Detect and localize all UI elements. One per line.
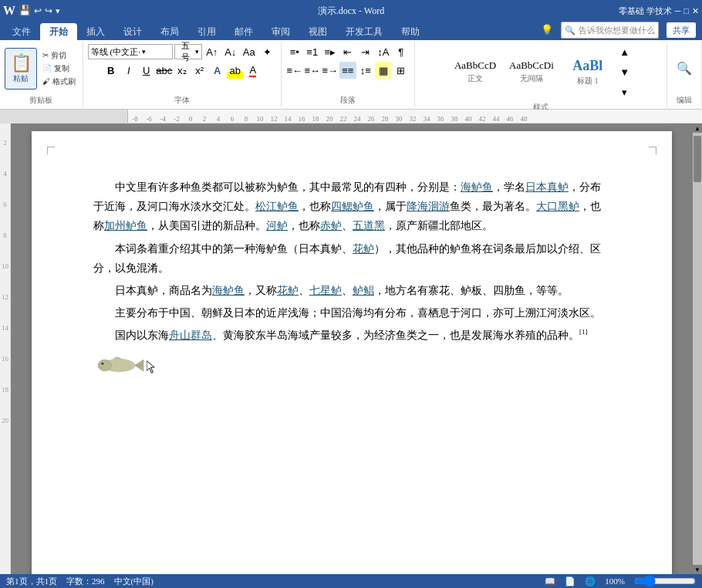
font-size-selector[interactable]: 五号 ▾ [174,44,202,59]
tell-me-search[interactable]: 🔍 告诉我你想要做什么 [561,22,659,39]
document-title: 演示.docx - Word [318,5,384,18]
scroll-up-button[interactable]: ▲ [693,123,702,133]
ribbon-toolbar: 📋 粘贴 ✂ 剪切 📄 复制 🖌 格式刷 剪贴板 等线 (中文正· ▾ 五号 ▾ [0,40,702,110]
quick-access-toolbar: W 💾 ↩ ↪ ▾ [0,4,60,18]
minimize-button[interactable]: ─ [675,6,681,15]
tab-home[interactable]: 开始 [40,23,77,40]
subscript-button[interactable]: x₂ [174,62,191,79]
redo-button[interactable]: ↪ [45,5,52,17]
style-normal[interactable]: AaBbCcD 正文 [448,49,502,95]
italic-button[interactable]: I [120,62,137,79]
justify-button[interactable]: ≡≡ [339,62,356,79]
paste-button[interactable]: 📋 粘贴 [5,48,37,90]
link-wudaohei[interactable]: 五道黑 [353,220,385,231]
increase-font-button[interactable]: A↑ [204,43,221,60]
scroll-down-button[interactable]: ▼ [693,565,702,574]
share-button[interactable]: 共享 [667,22,696,38]
tab-design[interactable]: 设计 [114,23,151,40]
web-view-button[interactable]: 🌐 [585,576,596,586]
left-sidebar: 2 4 6 8 10 12 14 16 18 20 [0,123,11,574]
change-case-button[interactable]: Aa [241,43,258,60]
link-ribenzhenglu[interactable]: 日本真鲈 [525,181,569,193]
page-scroll[interactable]: 中文里有许多种鱼类都可以被称为鲈鱼，其中最常见的有四种，分别是：海鲈鱼，学名日本… [11,123,693,574]
link-helu[interactable]: 河鲈 [266,220,288,231]
cut-button[interactable]: ✂ 剪切 [40,49,78,62]
multilevel-list-button[interactable]: ≡▸ [322,43,339,60]
scroll-thumb[interactable] [694,136,701,182]
bold-button[interactable]: B [103,62,120,79]
style-heading1[interactable]: AaBl 标题 1 [561,49,615,95]
bullets-button[interactable]: ≡• [286,43,303,60]
zoom-slider[interactable] [634,575,696,587]
close-button[interactable]: ✕ [692,6,699,16]
style-no-spacing[interactable]: AaBbCcDi 无间隔 [504,49,559,95]
link-zhoushandao[interactable]: 舟山群岛 [169,329,212,341]
maximize-button[interactable]: □ [683,6,689,15]
paragraph-group: ≡• ≡1 ≡▸ ⇤ ⇥ ↕A ¶ ≡← ≡↔ ≡→ ≡≡ ↕≡ ▦ ⊞ 段落 [282,42,415,107]
svg-marker-11 [147,360,154,373]
tab-review[interactable]: 审阅 [262,23,299,40]
highlight-button[interactable]: ab [227,62,244,79]
font-color-button[interactable]: A [245,62,262,79]
decrease-indent-button[interactable]: ⇤ [339,43,356,60]
link-songjianglu[interactable]: 松江鲈鱼 [255,201,299,212]
vertical-scrollbar[interactable]: ▲ ▼ [693,123,702,574]
find-button[interactable]: 🔍 [672,56,697,81]
link-hailu[interactable]: 海鲈鱼 [461,181,493,193]
link-jiazhoulu[interactable]: 加州鲈鱼 [104,220,147,231]
borders-button[interactable]: ⊞ [393,62,410,79]
clipboard-small-buttons: ✂ 剪切 📄 复制 🖌 格式刷 [40,49,78,88]
page-content[interactable]: 中文里有许多种鱼类都可以被称为鲈鱼，其中最常见的有四种，分别是：海鲈鱼，学名日本… [32,131,672,574]
align-left-button[interactable]: ≡← [286,62,303,79]
zoom-level: 100% [605,576,625,586]
link-hualu2[interactable]: 花鲈 [277,285,299,296]
tab-developer[interactable]: 开发工具 [336,23,392,40]
tab-layout[interactable]: 布局 [151,23,188,40]
link-jianghaihuiyou[interactable]: 降海洄游 [407,201,450,212]
link-hualu1[interactable]: 花鲈 [353,243,374,255]
shading-button[interactable]: ▦ [375,62,392,79]
underline-button[interactable]: U [138,62,155,79]
tab-help[interactable]: 帮助 [392,23,429,40]
fish-image [93,352,155,379]
strikethrough-button[interactable]: abc [156,62,173,79]
increase-indent-button[interactable]: ⇥ [357,43,374,60]
font-name-selector[interactable]: 等线 (中文正· ▾ [88,44,173,59]
copy-button[interactable]: 📄 复制 [40,63,78,75]
clear-format-button[interactable]: ✦ [259,43,276,60]
title-bar: W 💾 ↩ ↪ ▾ 演示.docx - Word 零基础 学技术 ─ □ ✕ 文… [0,0,702,40]
window-controls: 零基础 学技术 ─ □ ✕ [619,5,702,17]
link-dakouhelu[interactable]: 大口黑鲈 [536,201,579,212]
tab-view[interactable]: 视图 [299,23,336,40]
link-qixinglu[interactable]: 七星鲈 [309,285,342,296]
line-spacing-button[interactable]: ↕≡ [357,62,374,79]
align-center-button[interactable]: ≡↔ [304,62,321,79]
text-effect-button[interactable]: A [209,62,226,79]
show-marks-button[interactable]: ¶ [393,43,410,60]
tab-mailings[interactable]: 邮件 [225,23,262,40]
tab-references[interactable]: 引用 [188,23,225,40]
styles-more[interactable]: ▾ [616,83,633,100]
link-hailu2[interactable]: 海鲈鱼 [212,285,245,296]
styles-scroll-up[interactable]: ▲ [616,43,633,60]
numbering-button[interactable]: ≡1 [304,43,321,60]
page-view-button[interactable]: 📄 [565,576,575,586]
save-button[interactable]: 💾 [19,5,31,17]
paragraph-1: 中文里有许多种鱼类都可以被称为鲈鱼，其中最常见的有四种，分别是：海鲈鱼，学名日本… [93,177,610,236]
link-luchang[interactable]: 鲈鲳 [353,285,374,296]
decrease-font-button[interactable]: A↓ [222,43,239,60]
link-sisailu[interactable]: 四鳃鲈鱼 [331,201,374,212]
tab-insert[interactable]: 插入 [77,23,114,40]
align-right-button[interactable]: ≡→ [322,62,339,79]
read-view-button[interactable]: 📖 [545,576,555,586]
link-chilu[interactable]: 赤鲈 [320,220,342,231]
corner-mark-tr [649,147,656,154]
customize-button[interactable]: ▾ [56,6,60,16]
tab-file[interactable]: 文件 [3,23,40,40]
undo-button[interactable]: ↩ [34,5,42,17]
font-group: 等线 (中文正· ▾ 五号 ▾ A↑ A↓ Aa ✦ B I U abc x₂ … [83,42,282,107]
superscript-button[interactable]: x² [191,62,208,79]
format-painter-button[interactable]: 🖌 格式刷 [40,76,78,88]
sort-button[interactable]: ↕A [375,43,392,60]
styles-scroll-down[interactable]: ▼ [616,63,633,80]
